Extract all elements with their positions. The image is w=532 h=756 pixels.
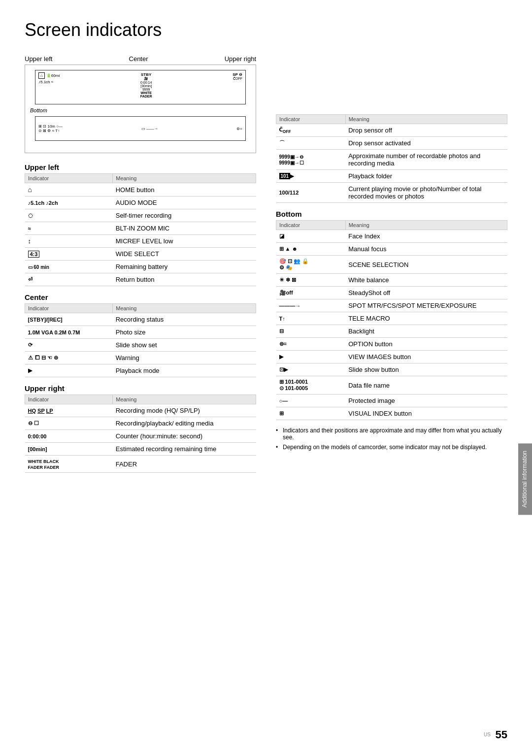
diagram-labels: Upper left Center Upper right [25,55,256,63]
table-row: ⌒Drop sensor activated [276,137,507,150]
indicator-cell: ⊞ 101-0001 ⊙ 101-0005 [276,376,346,394]
indicator-cell: ⌒ [276,137,346,150]
meaning-cell: Playback mode [113,364,256,377]
table-row: ⊞ ▲ ☻Manual focus [276,243,507,256]
label-upper-right: Upper right [225,55,256,63]
indicator-cell: ▭ 60 min [25,261,113,273]
upper-left-table: Indicator Meaning ⌂HOME button♪5.1ch ♪2c… [25,173,256,286]
meaning-cell: Warning [113,352,256,364]
meaning-cell: Approximate number of recordable photos … [345,150,507,170]
meaning-cell: SteadyShot off [345,287,507,299]
table-row: WHITE BLACKFADER FADERFADER [25,456,256,473]
table-row: 100/112Current playing movie or photo/Nu… [276,183,507,203]
table-row: 1.0M VGA 0.2M 0.7MPhoto size [25,326,256,339]
indicator-cell: 4:3 [25,248,113,261]
table-row: T↑TELE MACRO [276,312,507,325]
meaning-cell: OPTION button [345,338,507,351]
meaning-cell: Drop sensor off [345,124,507,137]
meaning-cell: Recording status [113,313,256,326]
diag-upper-left: ⌂ 🔋60mi ♪5.1ch ≈ [38,72,60,84]
rb-col-meaning: Meaning [345,221,507,230]
ul-col-indicator: Indicator [25,174,113,183]
indicator-cell: ▶ [276,351,346,363]
indicator-cell: [STBY]/[REC] [25,313,113,326]
table-row: ⏎Return button [25,273,256,286]
page-label: US [484,732,491,737]
table-row: ⚠ ⧠ ⊟ ☜ ⊜Warning [25,352,256,364]
table-row: ◪Face Index [276,230,507,243]
ul-col-meaning: Meaning [113,174,256,183]
meaning-cell: Protected image [345,394,507,407]
meaning-cell: VIEW IMAGES button [345,351,507,363]
diag-bottom-row: ⊞ ⊡ 10m ○— ⊙ ⊠ ⚙ ≈ T↑ ▭ ——→ ⊜= [35,116,246,141]
meaning-cell: Self-timer recording [113,209,256,222]
table-row: ⊖ ☐Recording/playback/ editing media [25,417,256,430]
rb-col-indicator: Indicator [276,221,346,230]
indicator-cell: ⊞ ▲ ☻ [276,243,346,256]
table-row: HQ SP LPRecording mode (HQ/ SP/LP) [25,404,256,417]
meaning-cell: Backlight [345,325,507,338]
meaning-cell: Current playing movie or photo/Number of… [345,183,507,203]
table-row: 4:3WIDE SELECT [25,248,256,261]
table-row: ⊟Backlight [276,325,507,338]
table-row: ≈BLT-IN ZOOM MIC [25,222,256,235]
table-row: C̈OFFDrop sensor off [276,124,507,137]
table-row: 🎯 ⊡ 👥 🔒 ⚙ 🎭SCENE SELECTION [276,256,507,274]
table-row: ⊞ 101-0001 ⊙ 101-0005Data file name [276,376,507,394]
note-item: Indicators and their positions are appro… [276,427,507,441]
table-row: 🎥offSteadyShot off [276,287,507,299]
ru-col-meaning: Meaning [345,115,507,124]
page-number: 55 [496,728,507,741]
diag-top-row: ⌂ 🔋60mi ♪5.1ch ≈ STBY 🎥 0:00:14 [30min] … [35,70,246,104]
upper-right-table: Indicator Meaning HQ SP LPRecording mode… [25,394,256,473]
ru-col-indicator: Indicator [276,115,346,124]
right-column: Indicator Meaning C̈OFFDrop sensor off⌒D… [276,55,507,480]
meaning-cell: SCENE SELECTION [345,256,507,274]
indicator-cell: ≈ [25,222,113,235]
table-row: ◌Self-timer recording [25,209,256,222]
meaning-cell: White balance [345,274,507,287]
table-row: ↕MICREF LEVEL low [25,235,256,248]
side-tab: Additional information [518,443,532,515]
table-row: ▶VIEW IMAGES button [276,351,507,363]
indicator-cell: ⊡▶ [276,363,346,376]
right-upper-table: Indicator Meaning C̈OFFDrop sensor off⌒D… [276,114,507,203]
meaning-cell: BLT-IN ZOOM MIC [113,222,256,235]
meaning-cell: Manual focus [345,243,507,256]
indicator-cell: ⊜= [276,338,346,351]
indicator-cell: ———→ [276,299,346,312]
diag-center: STBY 🎥 0:00:14 [30min] 9999 WHITEFADER [140,72,152,98]
table-row: ♪5.1ch ♪2chAUDIO MODE [25,197,256,209]
table-row: ⊞VISUAL INDEX button [276,407,507,420]
notes: Indicators and their positions are appro… [276,427,507,451]
table-row: ☀ ❄ ⊠White balance [276,274,507,287]
table-row: ▶Playback mode [25,364,256,377]
meaning-cell: Slide show set [113,339,256,352]
indicator-cell: WHITE BLACKFADER FADER [25,456,113,473]
indicator-cell: ◌ [25,209,113,222]
table-row: ⟳Slide show set [25,339,256,352]
meaning-cell: Return button [113,273,256,286]
meaning-cell: SPOT MTR/FCS/SPOT METER/EXPOSURE [345,299,507,312]
meaning-cell: AUDIO MODE [113,197,256,209]
table-row: ⊜=OPTION button [276,338,507,351]
meaning-cell: Drop sensor activated [345,137,507,150]
table-row: ▭ 60 minRemaining battery [25,261,256,273]
indicator-cell: 9999▣→⊖9999▣→☐ [276,150,346,170]
indicator-cell: 🎥off [276,287,346,299]
indicator-cell: ☀ ❄ ⊠ [276,274,346,287]
note-item: Depending on the models of camcorder, so… [276,444,507,451]
page-title: Screen indicators [25,20,507,40]
meaning-cell: MICREF LEVEL low [113,235,256,248]
table-row: ⊡▶Slide show button [276,363,507,376]
center-title: Center [25,293,256,301]
ur-col-meaning: Meaning [113,395,256,404]
indicator-cell: ▶ [25,364,113,377]
ur-col-indicator: Indicator [25,395,113,404]
meaning-cell: Face Index [345,230,507,243]
table-row: ⌂HOME button [25,183,256,197]
indicator-cell: ⌂ [25,183,113,197]
meaning-cell: HOME button [113,183,256,197]
meaning-cell: Recording mode (HQ/ SP/LP) [113,404,256,417]
diag-bottom-left: ⊞ ⊡ 10m ○— ⊙ ⊠ ⚙ ≈ T↑ [38,124,63,133]
